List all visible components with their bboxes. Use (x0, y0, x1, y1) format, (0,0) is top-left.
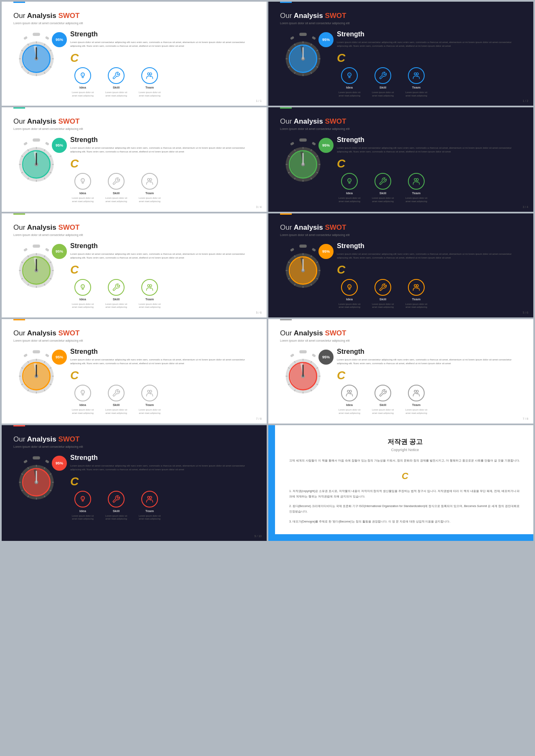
icon-label: Skill (380, 86, 386, 89)
icon-sub: Lorem ipsum dolor sit amet niaet.adipisc… (70, 408, 95, 415)
svg-rect-1 (23, 36, 28, 40)
svg-point-117 (82, 285, 84, 287)
svg-point-141 (349, 285, 350, 287)
title-swot: SWOT (325, 12, 346, 20)
title-our: Our (13, 223, 25, 231)
icon-label: Team (145, 297, 154, 301)
accent-bar (280, 2, 292, 3)
accent-bar (280, 319, 292, 320)
right-side: Strength Lorem ipsum dolor sit amet cons… (337, 242, 522, 309)
slide-title: Our Analysis SWOT (280, 223, 522, 232)
icon-circle (374, 67, 391, 84)
svg-rect-73 (290, 142, 294, 146)
slide-subtitle: Lorem ipsum dolor sit amet consectetur a… (280, 233, 522, 236)
icon-label: Idea (79, 509, 86, 513)
title-swot: SWOT (325, 117, 346, 125)
icon-item: Team Lorem ipsum dolor sit amet niaet.ad… (404, 67, 429, 97)
icon-circle (374, 279, 391, 296)
icon-item: Skill Lorem ipsum dolor sit amet niaet.a… (370, 385, 395, 415)
strength-text: Lorem ipsum dolor sit amet consectetur a… (337, 41, 522, 48)
icon-sub: Lorem ipsum dolor sit amet niaet.adipisc… (137, 515, 162, 521)
icon-sub: Lorem ipsum dolor sit amet niaet.adipisc… (404, 408, 429, 415)
svg-rect-122 (312, 248, 316, 251)
c-letter: C (337, 52, 522, 64)
icons-row: Idea Lorem ipsum dolor sit amet niaet.ad… (337, 173, 522, 203)
icon-sub: Lorem ipsum dolor sit amet niaet.adipisc… (70, 303, 95, 309)
icon-circle (108, 67, 125, 84)
icon-circle (341, 67, 358, 84)
svg-rect-146 (45, 354, 49, 358)
accent-bar (13, 2, 25, 3)
svg-rect-98 (45, 248, 49, 251)
copyright-slide: 저작권 공고 Copyright Notice 끄덕 세계의 사람들이 이 책을… (268, 425, 533, 541)
right-side: Strength Lorem ipsum dolor sit amet cons… (70, 136, 255, 203)
slide-subtitle: Lorem ipsum dolor sit amet consectetur a… (280, 127, 522, 130)
content-area: 95% Strength Lorem ipsum dolor sit amet … (13, 348, 255, 415)
icon-item: Idea Lorem ipsum dolor sit amet niaet.ad… (70, 385, 95, 415)
icon-circle (108, 173, 125, 190)
slide-8: Our Analysis SWOT Lorem ipsum dolor sit … (268, 319, 533, 423)
content-area: 95% Strength Lorem ipsum dolor sit amet … (280, 348, 522, 415)
slide-subtitle: Lorem ipsum dolor sit amet consectetur a… (280, 22, 522, 25)
icon-label: Skill (113, 191, 120, 195)
percent-badge: 95% (52, 456, 67, 471)
svg-rect-97 (23, 248, 28, 251)
accent-bar (13, 213, 25, 215)
icon-label: Team (145, 403, 154, 407)
icon-circle (408, 173, 425, 190)
title-our: Our (13, 329, 25, 337)
icon-sub: Lorem ipsum dolor sit amet niaet.adipisc… (70, 91, 95, 97)
percent-badge: 95% (52, 138, 67, 153)
icon-label: Team (145, 509, 154, 513)
icon-sub: Lorem ipsum dolor sit amet niaet.adipisc… (370, 197, 395, 203)
timer-wrap: 95% (13, 30, 64, 81)
accent-bar (280, 107, 292, 109)
icon-item: Skill Lorem ipsum dolor sit amet niaet.a… (104, 173, 129, 203)
title-analysis: Analysis (294, 12, 325, 20)
icon-sub: Lorem ipsum dolor sit amet niaet.adipisc… (370, 91, 395, 97)
slide-subtitle: Lorem ipsum dolor sit amet consectetur a… (13, 22, 255, 25)
slide-title: Our Analysis SWOT (280, 329, 522, 337)
blue-strip-bottom (268, 534, 533, 541)
icon-circle (141, 491, 158, 507)
svg-rect-50 (45, 142, 49, 146)
title-swot: SWOT (58, 12, 79, 20)
icon-sub: Lorem ipsum dolor sit amet niaet.adipisc… (404, 303, 429, 309)
slide-subtitle: Lorem ipsum dolor sit amet consectetur a… (13, 127, 255, 130)
icon-item: Idea Lorem ipsum dolor sit amet niaet.ad… (70, 279, 95, 309)
percent-badge: 95% (52, 32, 67, 47)
icon-label: Team (412, 403, 420, 407)
title-analysis: Analysis (294, 223, 325, 231)
slide-number: 5 / 6 (256, 311, 262, 314)
content-area: 95% Strength Lorem ipsum dolor sit amet … (13, 30, 255, 97)
svg-point-95 (416, 179, 418, 181)
slide-6: Our Analysis SWOT Lorem ipsum dolor sit … (268, 213, 533, 317)
svg-rect-192 (33, 456, 40, 459)
icon-circle (74, 173, 91, 190)
slide-grid: Our Analysis SWOT Lorem ipsum dolor sit … (0, 0, 535, 543)
svg-rect-121 (290, 248, 294, 251)
icon-item: Skill Lorem ipsum dolor sit amet niaet.a… (104, 491, 129, 521)
blue-strip-left (268, 425, 275, 541)
icon-item: Idea Lorem ipsum dolor sit amet niaet.ad… (337, 385, 362, 415)
strength-title: Strength (70, 30, 255, 38)
icons-row: Idea Lorem ipsum dolor sit amet niaet.ad… (337, 279, 522, 309)
content-area: 95% Strength Lorem ipsum dolor sit amet … (280, 242, 522, 309)
percent-badge: 95% (318, 350, 334, 365)
content-area: 95% Strength Lorem ipsum dolor sit amet … (13, 242, 255, 309)
title-analysis: Analysis (294, 117, 325, 125)
icon-sub: Lorem ipsum dolor sit amet niaet.adipisc… (337, 197, 362, 203)
title-our: Our (13, 435, 25, 443)
c-letter: C (70, 476, 255, 487)
icon-circle (408, 385, 425, 401)
icon-sub: Lorem ipsum dolor sit amet niaet.adipisc… (370, 408, 395, 415)
right-side: Strength Lorem ipsum dolor sit amet cons… (337, 136, 522, 203)
strength-text: Lorem ipsum dolor sit amet consectetur a… (337, 146, 522, 154)
c-letter: C (70, 52, 255, 64)
timer-wrap: 95% (280, 242, 330, 292)
slide-title: Our Analysis SWOT (280, 117, 522, 126)
icon-item: Idea Lorem ipsum dolor sit amet niaet.ad… (337, 279, 362, 309)
timer-wrap: 95% (13, 348, 64, 398)
slide-title: Our Analysis SWOT (13, 12, 255, 20)
icons-row: Idea Lorem ipsum dolor sit amet niaet.ad… (337, 385, 522, 415)
